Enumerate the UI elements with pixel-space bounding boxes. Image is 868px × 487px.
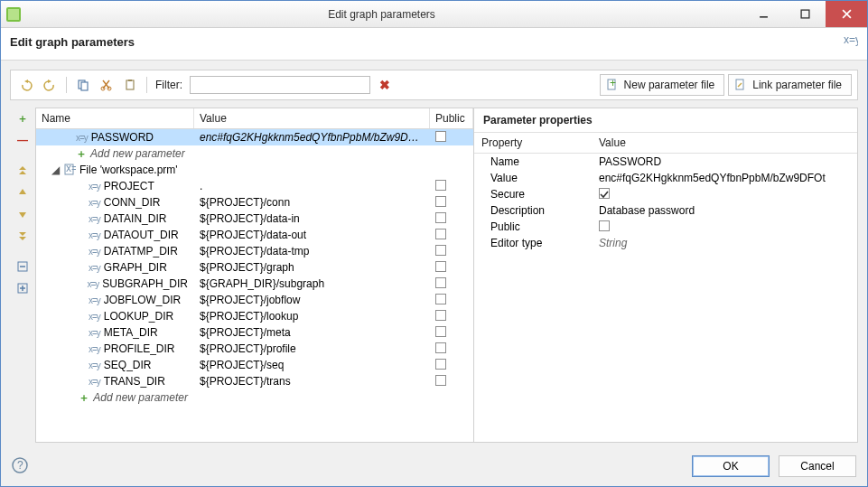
window-controls [742, 1, 867, 27]
filter-input[interactable] [190, 76, 370, 94]
checkbox[interactable] [435, 326, 446, 337]
property-row[interactable]: Description Database password [474, 202, 857, 219]
properties-body[interactable]: Name PASSWORD Value enc#fqG2KHgkknm5edQY… [474, 154, 857, 442]
table-row[interactable]: x=yDATAOUT_DIR ${PROJECT}/data-out [36, 227, 473, 243]
cancel-button[interactable]: Cancel [779, 455, 856, 477]
table-row[interactable]: x=yPASSWORD enc#fqG2KHgkknm5edQYfbnPpbM/… [36, 129, 473, 145]
move-up-button[interactable] [14, 183, 32, 201]
paste-button[interactable] [120, 75, 140, 95]
maximize-button[interactable] [784, 1, 826, 27]
svg-text:?: ? [17, 459, 23, 472]
redo-button[interactable] [40, 75, 60, 95]
table-row[interactable]: x=yDATATMP_DIR ${PROJECT}/data-tmp [36, 243, 473, 259]
collapse-toggle-icon[interactable]: ◢ [51, 164, 60, 176]
parameter-icon: x=y [89, 230, 100, 240]
checkbox[interactable] [435, 294, 446, 304]
dialog-header: Edit graph parameters x=y [1, 28, 867, 61]
copy-button[interactable] [73, 75, 93, 95]
col-public[interactable]: Public [430, 108, 473, 128]
property-row[interactable]: Public [474, 219, 857, 235]
new-parameter-file-button[interactable]: + New parameter file [600, 74, 725, 96]
move-bottom-button[interactable] [14, 227, 32, 245]
parameter-icon: x=y [89, 263, 100, 273]
param-name: LOOKUP_DIR [104, 310, 173, 323]
ok-button[interactable]: OK [692, 455, 770, 477]
table-row[interactable]: x=yPROFILE_DIR ${PROJECT}/profile [36, 341, 473, 357]
split-pane: Name Value Public x=yPASSWORD enc#fqG2KH… [35, 108, 858, 443]
prop-key: Name [474, 155, 592, 169]
add-row-button[interactable]: ＋ [14, 109, 32, 127]
property-row[interactable]: Secure [474, 186, 857, 202]
checkbox[interactable] [435, 229, 446, 239]
checkbox[interactable] [599, 220, 610, 231]
checkbox[interactable] [435, 180, 446, 191]
close-button[interactable] [826, 1, 867, 27]
table-row[interactable]: x=yGRAPH_DIR ${PROJECT}/graph [36, 259, 473, 276]
table-row[interactable]: x=yLOOKUP_DIR ${PROJECT}/lookup [36, 308, 473, 324]
remove-row-button[interactable]: — [14, 131, 32, 149]
param-value: ${PROJECT}/graph [194, 260, 430, 275]
param-value: ${PROJECT}/data-tmp [194, 244, 430, 258]
undo-button[interactable] [16, 75, 36, 95]
table-row[interactable]: x=yMETA_DIR ${PROJECT}/meta [36, 324, 473, 341]
toolbar: Filter: ✖ + New parameter file Link para… [10, 70, 858, 100]
param-name: META_DIR [104, 326, 158, 339]
property-row[interactable]: Editor type String [474, 235, 857, 251]
col-value[interactable]: Value [194, 108, 430, 128]
table-row[interactable]: x=yPROJECT . [36, 178, 473, 194]
minimize-button[interactable] [742, 1, 784, 27]
parameter-icon: x=y [89, 247, 100, 257]
checkbox[interactable] [435, 277, 446, 288]
col-name[interactable]: Name [36, 108, 194, 128]
checkbox[interactable] [435, 261, 446, 272]
property-row[interactable]: Value enc#fqG2KHgkknm5edQYfbnPpbM/bZw9DF… [474, 170, 857, 186]
add-parameter-row[interactable]: ＋Add new parameter [36, 145, 473, 162]
help-icon[interactable]: ? [12, 457, 28, 476]
checkbox[interactable] [435, 359, 446, 370]
properties-header: Property Value [474, 132, 857, 154]
table-row[interactable]: x=yJOBFLOW_DIR ${PROJECT}/jobflow [36, 292, 473, 308]
grid-body[interactable]: x=yPASSWORD enc#fqG2KHgkknm5edQYfbnPpbM/… [36, 129, 473, 442]
parameter-icon: x=y [89, 214, 100, 224]
property-row[interactable]: Name PASSWORD [474, 154, 857, 170]
parameter-icon: x=y [89, 328, 100, 338]
checkbox[interactable] [599, 188, 610, 199]
window-title: Edit graph parameters [21, 8, 742, 21]
file-group-row[interactable]: ◢ x=y File 'workspace.prm' [36, 162, 473, 178]
dialog-body: Filter: ✖ + New parameter file Link para… [1, 61, 867, 450]
toolbar-separator [146, 77, 147, 93]
link-parameter-file-button[interactable]: Link parameter file [728, 74, 852, 96]
parameter-icon: x=y [76, 133, 88, 143]
file-link-icon [734, 79, 747, 91]
prop-key: Value [474, 171, 592, 185]
param-value: ${GRAPH_DIR}/subgraph [194, 276, 430, 291]
table-row[interactable]: x=yTRANS_DIR ${PROJECT}/trans [36, 373, 473, 389]
expand-all-button[interactable] [14, 279, 32, 297]
table-row[interactable]: x=ySEQ_DIR ${PROJECT}/seq [36, 357, 473, 373]
app-icon [6, 7, 21, 22]
table-row[interactable]: x=yCONN_DIR ${PROJECT}/conn [36, 194, 473, 211]
checkbox[interactable] [435, 212, 446, 223]
checkbox[interactable] [435, 131, 446, 142]
move-top-button[interactable] [14, 162, 32, 180]
add-parameter-row[interactable]: ＋Add new parameter [36, 389, 473, 406]
table-row[interactable]: x=ySUBGRAPH_DIR ${GRAPH_DIR}/subgraph [36, 276, 473, 292]
main-row: ＋ — Name Value Public [10, 108, 858, 443]
parameter-icon: x=y [89, 377, 100, 387]
checkbox[interactable] [435, 196, 446, 207]
dialog-title: Edit graph parameters [10, 35, 844, 49]
svg-rect-11 [126, 80, 134, 89]
cut-button[interactable] [97, 75, 117, 95]
checkbox[interactable] [435, 310, 446, 321]
checkbox[interactable] [435, 375, 446, 386]
param-value: ${PROJECT}/jobflow [194, 293, 430, 307]
clear-filter-icon[interactable]: ✖ [379, 78, 390, 92]
dialog-footer: ? OK Cancel [1, 450, 867, 486]
checkbox[interactable] [435, 342, 446, 353]
move-down-button[interactable] [14, 205, 32, 223]
table-row[interactable]: x=yDATAIN_DIR ${PROJECT}/data-in [36, 211, 473, 227]
checkbox[interactable] [435, 245, 446, 256]
param-value: ${PROJECT}/seq [194, 358, 430, 372]
collapse-all-button[interactable] [14, 258, 32, 276]
plus-icon: ＋ [76, 146, 87, 162]
